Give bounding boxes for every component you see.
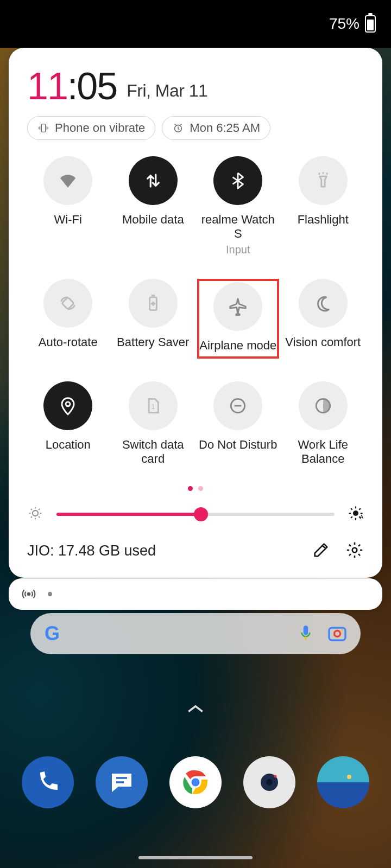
- app-drawer-handle[interactable]: [186, 703, 205, 716]
- app-camera[interactable]: [243, 756, 295, 808]
- tile-work-life-circle: [299, 381, 348, 430]
- svg-text:A: A: [360, 514, 364, 520]
- tile-flashlight[interactable]: Flashlight: [282, 156, 364, 256]
- alarm-chip[interactable]: Mon 6:25 AM: [162, 116, 270, 140]
- edit-tiles-button[interactable]: [312, 541, 330, 561]
- tile-mobile-data-label: Mobile data: [122, 213, 184, 227]
- auto-brightness-icon[interactable]: A: [348, 505, 364, 524]
- date-label[interactable]: Fri, Mar 11: [127, 81, 207, 101]
- brightness-slider[interactable]: [56, 513, 335, 516]
- app-phone[interactable]: [22, 756, 74, 808]
- tile-switch-sim-circle: 1: [129, 381, 178, 430]
- page-dot-2: [198, 486, 203, 491]
- data-usage-label[interactable]: JIO: 17.48 GB used: [27, 542, 297, 559]
- panel-footer: JIO: 17.48 GB used: [27, 541, 364, 561]
- tile-dnd-circle: [213, 381, 262, 430]
- tile-wifi[interactable]: Wi-Fi: [27, 156, 109, 256]
- app-messages[interactable]: [96, 756, 148, 808]
- tile-auto-rotate-label: Auto-rotate: [39, 335, 98, 350]
- tile-dnd-label: Do Not Disturb: [199, 438, 277, 452]
- mic-icon[interactable]: [299, 624, 313, 643]
- tile-switch-sim[interactable]: 1 Switch data card: [112, 381, 194, 467]
- app-chrome[interactable]: [169, 756, 222, 808]
- location-pin-icon: [58, 395, 78, 416]
- notification-mini-bar[interactable]: [9, 578, 382, 610]
- vibrate-chip[interactable]: Phone on vibrate: [27, 116, 155, 140]
- brightness-thumb[interactable]: [194, 507, 208, 521]
- tile-wifi-label: Wi-Fi: [54, 213, 82, 227]
- tile-vision-comfort-label: Vision comfort: [285, 335, 361, 350]
- status-bar: 75%: [0, 0, 391, 48]
- tile-location-circle: [43, 381, 92, 430]
- clock-hours: 11: [27, 65, 67, 107]
- status-chips: Phone on vibrate Mon 6:25 AM: [27, 116, 364, 140]
- clock-sep: :: [67, 65, 77, 107]
- page-indicator: [27, 486, 364, 491]
- sim-icon: 1: [143, 395, 163, 416]
- clock-minutes: 05: [77, 65, 117, 107]
- svg-rect-0: [41, 124, 45, 132]
- home-indicator[interactable]: [138, 856, 253, 859]
- page-dot-1: [188, 486, 193, 491]
- tile-vision-comfort[interactable]: Vision comfort: [282, 279, 364, 359]
- svg-point-22: [274, 775, 277, 778]
- tile-work-life-label: Work Life Balance: [282, 438, 364, 467]
- flashlight-icon: [313, 170, 333, 191]
- tile-battery-saver[interactable]: Battery Saver: [112, 279, 194, 359]
- vibrate-chip-label: Phone on vibrate: [55, 121, 145, 135]
- battery-icon: [365, 15, 376, 33]
- tile-airplane[interactable]: Airplane mode: [198, 282, 278, 353]
- lens-icon[interactable]: [328, 626, 346, 642]
- tile-location-label: Location: [46, 438, 91, 452]
- balance-icon: [313, 395, 333, 416]
- tile-mobile-data[interactable]: Mobile data: [112, 156, 194, 256]
- tile-switch-sim-label: Switch data card: [112, 438, 194, 467]
- gallery-icon: [330, 769, 356, 795]
- google-logo: G: [45, 622, 60, 645]
- wifi-icon: [58, 170, 78, 191]
- battery-saver-icon: [143, 293, 163, 314]
- settings-button[interactable]: [345, 541, 364, 561]
- tile-airplane-highlight: Airplane mode: [197, 279, 279, 359]
- svg-point-9: [353, 510, 358, 516]
- svg-point-12: [28, 593, 30, 595]
- svg-text:1: 1: [151, 403, 155, 411]
- app-gallery[interactable]: [317, 756, 369, 808]
- tile-dnd[interactable]: Do Not Disturb: [197, 381, 279, 467]
- tile-auto-rotate-circle: [43, 279, 92, 328]
- alarm-icon: [172, 122, 184, 134]
- messages-icon: [109, 769, 135, 795]
- tile-vision-comfort-circle: [299, 279, 348, 328]
- bluetooth-icon: [228, 170, 248, 191]
- tile-wifi-circle: [43, 156, 92, 205]
- tile-airplane-label: Airplane mode: [199, 339, 276, 353]
- chrome-icon: [182, 769, 209, 795]
- brightness-low-icon: [27, 505, 43, 524]
- dnd-icon: [228, 395, 248, 416]
- quick-settings-panel: 11:05 Fri, Mar 11 Phone on vibrate Mon 6…: [9, 48, 382, 578]
- svg-point-16: [342, 629, 344, 631]
- airplane-icon: [228, 296, 248, 317]
- clock[interactable]: 11:05: [27, 67, 117, 105]
- tile-bluetooth[interactable]: realme Watch S Input: [197, 156, 279, 256]
- svg-point-21: [266, 779, 273, 786]
- data-arrows-icon: [143, 170, 163, 191]
- svg-point-11: [352, 547, 357, 552]
- tile-auto-rotate[interactable]: Auto-rotate: [27, 279, 109, 359]
- phone-icon: [35, 769, 61, 795]
- brightness-row: A: [27, 505, 364, 524]
- svg-point-8: [33, 510, 38, 516]
- rotate-icon: [58, 293, 78, 314]
- battery-percent: 75%: [329, 15, 360, 33]
- moon-icon: [313, 293, 333, 314]
- vibrate-icon: [37, 122, 49, 134]
- hotspot-icon: [22, 587, 36, 601]
- tile-location[interactable]: Location: [27, 381, 109, 467]
- google-search-bar[interactable]: G: [30, 613, 361, 654]
- tile-battery-saver-circle: [129, 279, 178, 328]
- camera-icon: [256, 769, 282, 795]
- svg-point-23: [347, 775, 351, 779]
- brightness-fill: [56, 513, 201, 516]
- tile-work-life[interactable]: Work Life Balance: [282, 381, 364, 467]
- qs-tiles-grid: Wi-Fi Mobile data realme Watch S Input F…: [27, 156, 364, 467]
